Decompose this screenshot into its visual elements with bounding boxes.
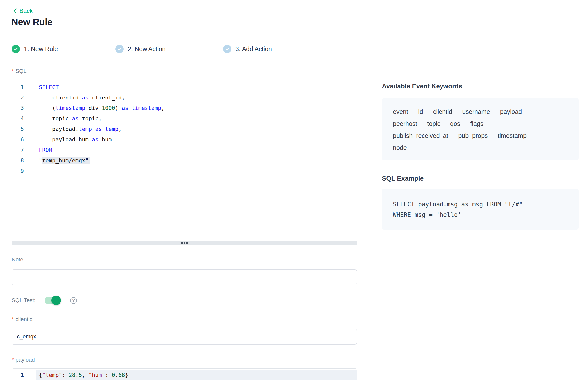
event-keyword: event [393, 106, 408, 118]
keyword-row: peerhosttopicqosflags [393, 118, 568, 130]
step-label: 1. New Rule [24, 45, 58, 53]
step-status-circle [223, 45, 231, 53]
required-asterisk: * [12, 357, 14, 363]
line-number: 8 [12, 155, 24, 166]
new-rule-page: Back New Rule 1. New Rule2. New Action3.… [0, 0, 588, 391]
sql-editor[interactable]: 1SELECT2 clientid as client_id,3 (timest… [12, 81, 357, 245]
sql-label-text: SQL [16, 68, 27, 74]
required-asterisk: * [12, 316, 14, 322]
drag-handle-dot-icon [181, 242, 183, 244]
stepper-connector [172, 49, 217, 49]
event-keyword: username [462, 106, 490, 118]
back-chevron-icon [13, 8, 17, 14]
sql-line-7: 7FROM [12, 145, 357, 155]
event-keyword: publish_received_at [393, 130, 448, 142]
event-keyword: qos [450, 118, 460, 130]
line-number: 6 [12, 134, 24, 145]
line-number: 1 [12, 82, 24, 93]
stepper: 1. New Rule2. New Action3. Add Action [12, 45, 272, 53]
sql-line-3: 3 (timestamp div 1000) as timestamp, [12, 103, 357, 113]
stepper-step-3[interactable]: 3. Add Action [223, 45, 272, 53]
payload-line-1: 1{"temp": 28.5, "hum": 0.68} [12, 370, 357, 380]
line-number: 9 [12, 166, 24, 176]
page-title: New Rule [11, 17, 52, 27]
line-number: 7 [12, 145, 24, 155]
back-link[interactable]: Back [13, 7, 33, 14]
clientid-field-label: *clientid [12, 316, 33, 323]
required-asterisk: * [12, 68, 14, 74]
event-keyword: payload [500, 106, 522, 118]
clientid-label-text: clientid [16, 316, 33, 322]
sql-line-1: 1SELECT [12, 82, 357, 93]
payload-label-text: payload [16, 357, 35, 363]
payload-editor[interactable]: 1{"temp": 28.5, "hum": 0.68} [12, 368, 357, 391]
sql-example-code-line: WHERE msg = 'hello' [393, 210, 568, 220]
keywords-panel-title: Available Event Keywords [382, 82, 579, 90]
keyword-row: eventidclientidusernamepayload [393, 106, 568, 118]
sql-line-6: 6 payload.hum as hum [12, 134, 357, 145]
step-check-icon [118, 47, 122, 51]
event-keyword: node [393, 142, 407, 154]
code-text: "temp_hum/emqx" [39, 155, 353, 166]
event-keyword: clientid [433, 106, 452, 118]
note-input[interactable] [12, 269, 357, 285]
stepper-step-1[interactable]: 1. New Rule [12, 45, 58, 53]
sql-line-4: 4 topic as topic, [12, 113, 357, 124]
toggle-knob [51, 296, 61, 305]
clientid-input[interactable] [12, 329, 357, 345]
step-check-icon [225, 47, 229, 51]
event-keyword: peerhost [393, 118, 417, 130]
line-number: 4 [12, 113, 24, 124]
keyword-row: publish_received_atpub_propstimestamp [393, 130, 568, 142]
right-help-panel: Available Event Keywords eventidclientid… [382, 82, 579, 230]
code-text: topic as topic, [39, 113, 353, 124]
line-number: 5 [12, 124, 24, 134]
step-status-circle [12, 45, 20, 53]
sql-line-8: 8"temp_hum/emqx" [12, 155, 357, 166]
sql-test-label: SQL Test: [12, 297, 35, 304]
step-check-icon [14, 47, 18, 51]
line-number: 1 [12, 370, 24, 380]
event-keyword: pub_props [458, 130, 488, 142]
event-keyword: timestamp [498, 130, 527, 142]
keywords-panel: eventidclientidusernamepayloadpeerhostto… [382, 98, 579, 160]
sql-test-toggle[interactable] [45, 297, 60, 304]
sql-line-2: 2 clientid as client_id, [12, 93, 357, 103]
line-number: 2 [12, 93, 24, 103]
code-text: SELECT [39, 82, 353, 93]
code-text: clientid as client_id, [39, 93, 353, 103]
event-keyword: topic [427, 118, 440, 130]
step-status-circle [115, 45, 124, 53]
line-number: 3 [12, 103, 24, 113]
event-keyword: id [418, 106, 423, 118]
event-keyword: flags [470, 118, 483, 130]
code-text: (timestamp div 1000) as timestamp, [39, 103, 353, 113]
code-text: payload.temp as temp, [39, 124, 353, 134]
sql-example-code-line: SELECT payload.msg as msg FROM "t/#" [393, 199, 568, 210]
note-field-label: Note [12, 256, 23, 263]
sql-field-label: *SQL [12, 68, 27, 74]
drag-handle-dot-icon [184, 242, 185, 244]
stepper-connector [64, 49, 109, 49]
payload-field-label: *payload [12, 357, 35, 363]
stepper-step-2[interactable]: 2. New Action [115, 45, 166, 53]
drag-handle-dot-icon [186, 242, 188, 244]
sql-editor-resize-handle[interactable] [12, 241, 357, 245]
step-label: 3. Add Action [235, 45, 272, 53]
code-text: FROM [39, 145, 353, 155]
sql-example-panel: SELECT payload.msg as msg FROM "t/#"WHER… [382, 189, 579, 230]
help-icon[interactable]: ? [70, 297, 77, 304]
back-label: Back [19, 7, 33, 14]
sql-line-5: 5 payload.temp as temp, [12, 124, 357, 134]
code-text: payload.hum as hum [39, 134, 353, 145]
keyword-row: node [393, 142, 568, 154]
code-text: {"temp": 28.5, "hum": 0.68} [39, 370, 353, 380]
sql-test-row: SQL Test: ? [12, 296, 77, 305]
sql-line-9: 9 [12, 166, 357, 176]
sql-example-title: SQL Example [382, 175, 579, 182]
step-label: 2. New Action [128, 45, 166, 53]
